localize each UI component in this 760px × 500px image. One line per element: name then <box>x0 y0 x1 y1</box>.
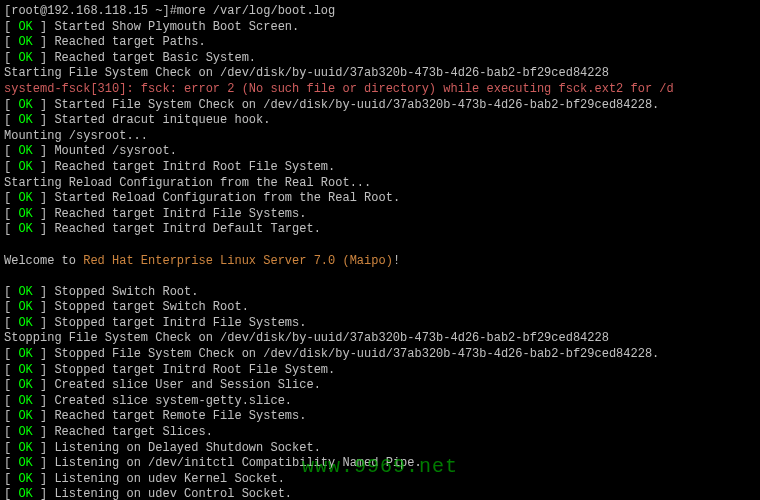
blank-line <box>4 238 756 254</box>
log-message: Listening on udev Control Socket. <box>54 487 292 500</box>
log-message: Started File System Check on /dev/disk/b… <box>54 98 659 112</box>
log-line: [ OK ] Stopped File System Check on /dev… <box>4 347 756 363</box>
log-message: Reached target Basic System. <box>54 51 256 65</box>
welcome-distro: Red Hat Enterprise Linux Server 7.0 (Mai… <box>83 254 393 268</box>
log-line: Starting File System Check on /dev/disk/… <box>4 66 756 82</box>
status-ok: OK <box>18 207 32 221</box>
log-line: [ OK ] Stopped target Initrd Root File S… <box>4 363 756 379</box>
log-line: [ OK ] Stopped Switch Root. <box>4 285 756 301</box>
status-ok: OK <box>18 51 32 65</box>
welcome-line: Welcome to Red Hat Enterprise Linux Serv… <box>4 254 756 270</box>
log-message: Started Show Plymouth Boot Screen. <box>54 20 299 34</box>
log-message: Started Reload Configuration from the Re… <box>54 191 400 205</box>
status-ok: OK <box>18 316 32 330</box>
log-line: Stopping File System Check on /dev/disk/… <box>4 331 756 347</box>
status-ok: OK <box>18 363 32 377</box>
log-message: Reached target Initrd Default Target. <box>54 222 320 236</box>
log-message: Reached target Paths. <box>54 35 205 49</box>
log-message: Started dracut initqueue hook. <box>54 113 270 127</box>
log-line: [ OK ] Listening on udev Kernel Socket. <box>4 472 756 488</box>
status-ok: OK <box>18 35 32 49</box>
log-line: [ OK ] Mounted /sysroot. <box>4 144 756 160</box>
log-line: [ OK ] Reached target Initrd File System… <box>4 207 756 223</box>
status-ok: OK <box>18 20 32 34</box>
log-message: Mounted /sysroot. <box>54 144 176 158</box>
log-message: Reached target Remote File Systems. <box>54 409 306 423</box>
shell-prompt: [root@192.168.118.15 ~]#more /var/log/bo… <box>4 4 756 20</box>
status-ok: OK <box>18 456 32 470</box>
log-line: [ OK ] Stopped target Initrd File System… <box>4 316 756 332</box>
log-line: [ OK ] Started Reload Configuration from… <box>4 191 756 207</box>
status-ok: OK <box>18 98 32 112</box>
log-message: Created slice system-getty.slice. <box>54 394 292 408</box>
status-ok: OK <box>18 222 32 236</box>
status-ok: OK <box>18 378 32 392</box>
log-line: [ OK ] Reached target Paths. <box>4 35 756 51</box>
status-ok: OK <box>18 300 32 314</box>
log-line: [ OK ] Reached target Slices. <box>4 425 756 441</box>
blank-line <box>4 269 756 285</box>
log-message: Stopping File System Check on /dev/disk/… <box>4 331 609 345</box>
log-message: Starting Reload Configuration from the R… <box>4 176 371 190</box>
log-message: Created slice User and Session Slice. <box>54 378 320 392</box>
welcome-suffix: ! <box>393 254 400 268</box>
log-line: [ OK ] Reached target Initrd Root File S… <box>4 160 756 176</box>
log-line: [ OK ] Listening on /dev/initctl Compati… <box>4 456 756 472</box>
log-message: Reached target Initrd Root File System. <box>54 160 335 174</box>
log-message: Listening on udev Kernel Socket. <box>54 472 284 486</box>
status-ok: OK <box>18 160 32 174</box>
log-message: Reached target Slices. <box>54 425 212 439</box>
status-ok: OK <box>18 425 32 439</box>
log-message: Stopped target Initrd Root File System. <box>54 363 335 377</box>
log-error-line: systemd-fsck[310]: fsck: error 2 (No suc… <box>4 82 756 98</box>
log-message: Stopped target Initrd File Systems. <box>54 316 306 330</box>
log-message: Listening on Delayed Shutdown Socket. <box>54 441 320 455</box>
status-ok: OK <box>18 409 32 423</box>
log-line: [ OK ] Started Show Plymouth Boot Screen… <box>4 20 756 36</box>
status-ok: OK <box>18 113 32 127</box>
log-line: [ OK ] Reached target Remote File System… <box>4 409 756 425</box>
log-line: [ OK ] Reached target Basic System. <box>4 51 756 67</box>
status-ok: OK <box>18 347 32 361</box>
log-message: Mounting /sysroot... <box>4 129 148 143</box>
status-ok: OK <box>18 441 32 455</box>
log-line: Starting Reload Configuration from the R… <box>4 176 756 192</box>
status-ok: OK <box>18 144 32 158</box>
log-message: Stopped Switch Root. <box>54 285 198 299</box>
status-ok: OK <box>18 285 32 299</box>
status-ok: OK <box>18 394 32 408</box>
status-ok: OK <box>18 191 32 205</box>
log-message: Stopped target Switch Root. <box>54 300 248 314</box>
log-message: Reached target Initrd File Systems. <box>54 207 306 221</box>
status-ok: OK <box>18 472 32 486</box>
log-line: Mounting /sysroot... <box>4 129 756 145</box>
log-message: Stopped File System Check on /dev/disk/b… <box>54 347 659 361</box>
log-line: [ OK ] Listening on Delayed Shutdown Soc… <box>4 441 756 457</box>
log-line: [ OK ] Reached target Initrd Default Tar… <box>4 222 756 238</box>
log-message: Starting File System Check on /dev/disk/… <box>4 66 609 80</box>
log-line: [ OK ] Stopped target Switch Root. <box>4 300 756 316</box>
status-ok: OK <box>18 487 32 500</box>
log-line: [ OK ] Listening on udev Control Socket. <box>4 487 756 500</box>
log-line: [ OK ] Created slice User and Session Sl… <box>4 378 756 394</box>
log-line: [ OK ] Started dracut initqueue hook. <box>4 113 756 129</box>
log-message: Listening on /dev/initctl Compatibility … <box>54 456 421 470</box>
log-line: [ OK ] Created slice system-getty.slice. <box>4 394 756 410</box>
terminal-output: [root@192.168.118.15 ~]#more /var/log/bo… <box>4 4 756 500</box>
log-line: [ OK ] Started File System Check on /dev… <box>4 98 756 114</box>
welcome-prefix: Welcome to <box>4 254 83 268</box>
